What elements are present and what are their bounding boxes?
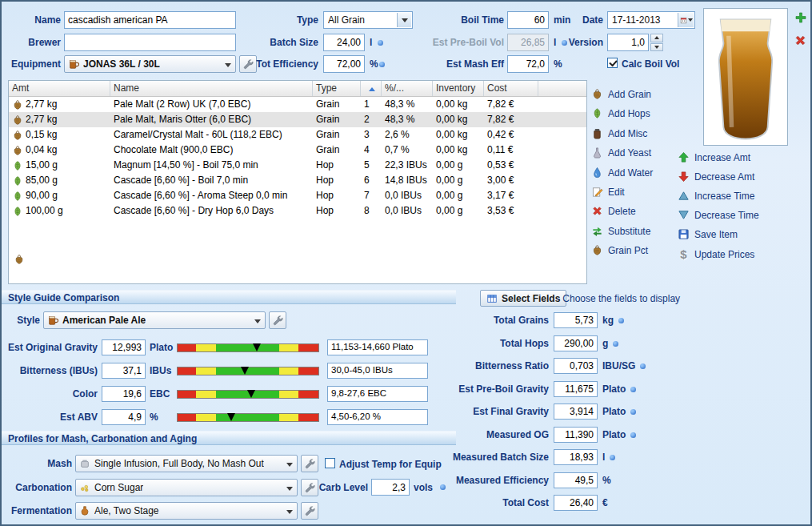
abv-input[interactable]: [102, 409, 146, 425]
brewer-input[interactable]: [64, 34, 236, 51]
style-marker: [247, 390, 255, 398]
stat-input[interactable]: [554, 312, 598, 328]
date-dropdown-button[interactable]: [678, 13, 694, 27]
info-dot: [630, 432, 636, 438]
add-water-button[interactable]: Add Water: [591, 167, 653, 179]
adjust-temp-checkbox[interactable]: [325, 458, 335, 468]
og-input[interactable]: [102, 339, 146, 355]
ingredient-row[interactable]: 90,00 g Cascade [6,60 %] - Aroma Steep 0…: [9, 188, 586, 203]
increase-amt-button[interactable]: Increase Amt: [678, 151, 750, 163]
color-input[interactable]: [102, 386, 146, 402]
increase-time-button[interactable]: Increase Time: [678, 190, 754, 202]
col-header-amt[interactable]: Amt: [9, 81, 110, 96]
stat-row-measured-efficiency: Measured Efficiency %: [402, 472, 690, 488]
spin-down-button[interactable]: [650, 43, 663, 52]
mash-select[interactable]: Single Infusion, Full Body, No Mash Out: [75, 455, 298, 472]
decrease-icon: [678, 171, 690, 183]
plus-icon[interactable]: [794, 11, 807, 24]
update-prices-button[interactable]: $Update Prices: [678, 247, 754, 261]
stat-input[interactable]: [554, 335, 598, 351]
version-spinner[interactable]: [650, 34, 663, 51]
carbonation-label: Carbonation: [3, 482, 72, 493]
ingredient-row[interactable]: 0,15 kg Caramel/Crystal Malt - 60L (118,…: [9, 127, 586, 143]
carbonation-tools-button[interactable]: [301, 479, 318, 496]
add-misc-button[interactable]: Add Misc: [591, 127, 647, 139]
delete-button[interactable]: Delete: [591, 205, 636, 217]
ingredient-row[interactable]: 0,04 kg Chocolate Malt (900,0 EBC) Grain…: [9, 143, 586, 158]
boil-time-label: Boil Time: [426, 14, 504, 26]
style-row-color: Color EBC 9,8-27,6 EBC: [2, 385, 428, 403]
date-input[interactable]: 17-11-2013: [607, 11, 695, 29]
wrench-icon: [304, 482, 315, 493]
carbonation-value: Corn Sugar: [94, 482, 143, 493]
decrease-amt-button[interactable]: Decrease Amt: [678, 171, 754, 183]
yeast-icon: [591, 147, 603, 159]
stat-input[interactable]: [554, 449, 598, 465]
ingredient-row[interactable]: 100,00 g Cascade [6,60 %] - Dry Hop 6,0 …: [9, 203, 586, 219]
col-header-type[interactable]: Type: [313, 81, 361, 96]
col-header-pct[interactable]: %/...: [382, 81, 433, 96]
stat-input[interactable]: [554, 404, 598, 420]
name-input[interactable]: [64, 11, 236, 29]
ingredient-row[interactable]: 2,77 kg Pale Malt (2 Row) UK (7,0 EBC) G…: [9, 97, 586, 112]
style-select[interactable]: American Pale Ale: [43, 311, 266, 329]
stat-input[interactable]: [554, 381, 598, 397]
stat-row-bitterness-ratio: Bitterness Ratio IBU/SG: [402, 358, 690, 374]
time-up-icon: [678, 190, 690, 202]
est-mash-eff-unit: %: [554, 58, 562, 70]
stat-input[interactable]: [554, 358, 598, 374]
spin-up-button[interactable]: [650, 34, 663, 42]
ingredient-row[interactable]: 15,00 g Magnum [14,50 %] - Boil 75,0 min…: [9, 158, 586, 173]
ingredient-row[interactable]: 2,77 kg Pale Malt, Maris Otter (6,0 EBC)…: [9, 112, 586, 127]
col-header-cost[interactable]: Cost: [484, 81, 538, 96]
type-dropdown-button[interactable]: [397, 13, 411, 27]
grain-icon: [591, 244, 603, 256]
info-dot: [630, 409, 636, 415]
stat-input[interactable]: [554, 427, 598, 443]
select-fields-button[interactable]: Select Fields: [480, 290, 566, 307]
kettle-icon: [79, 458, 90, 469]
add-yeast-button[interactable]: Add Yeast: [591, 147, 651, 159]
save-item-button[interactable]: Save Item: [678, 228, 738, 240]
add-hops-button[interactable]: Add Hops: [591, 107, 650, 119]
add-grain-button[interactable]: Add Grain: [591, 88, 651, 100]
tot-efficiency-input[interactable]: [323, 55, 365, 73]
decrease-time-button[interactable]: Decrease Time: [678, 209, 759, 221]
close-icon[interactable]: [794, 34, 807, 47]
col-header-name[interactable]: Name: [110, 81, 313, 96]
fermentation-label: Fermentation: [3, 505, 72, 516]
ingredient-row[interactable]: 85,00 g Cascade [6,60 %] - Boil 7,0 min …: [9, 173, 586, 188]
col-header-inventory[interactable]: Inventory: [433, 81, 484, 96]
substitute-button[interactable]: Substitute: [591, 225, 650, 237]
style-row-abv: Est ABV % 4,50-6,20 %: [2, 408, 428, 426]
style-range-bar: [177, 390, 319, 399]
grain-pct-button[interactable]: Grain Pct: [591, 244, 648, 256]
stat-row-total-grains: Total Grains kg: [402, 312, 690, 328]
carbonation-select[interactable]: Corn Sugar: [75, 479, 298, 496]
hop-icon: [12, 191, 23, 202]
style-label: Style: [3, 315, 40, 326]
version-label: Version: [552, 37, 603, 48]
calendar-icon: [680, 17, 687, 24]
fermentation-select[interactable]: Ale, Two Stage: [75, 502, 298, 520]
stat-input[interactable]: [554, 472, 598, 488]
edit-button[interactable]: Edit: [591, 186, 625, 198]
stat-row-est-preboil-gravity: Est Pre-Boil Gravity Plato: [402, 381, 690, 397]
equipment-select[interactable]: JONAS 36L / 30L: [64, 55, 236, 73]
style-tools-button[interactable]: [269, 311, 286, 329]
batch-size-input[interactable]: [323, 34, 365, 51]
version-input[interactable]: [607, 34, 649, 51]
col-header-order[interactable]: [361, 81, 382, 96]
fermentation-tools-button[interactable]: [301, 502, 318, 520]
calc-boil-vol-checkbox[interactable]: [607, 58, 618, 68]
boil-time-input[interactable]: [507, 11, 549, 29]
mash-tools-button[interactable]: [301, 455, 318, 472]
ingredients-table: Amt Name Type %/... Inventory Cost 2,77 …: [8, 80, 587, 284]
stat-input[interactable]: [554, 495, 598, 511]
ibu-input[interactable]: [102, 363, 146, 379]
brewer-label: Brewer: [3, 37, 61, 48]
type-select[interactable]: All Grain: [323, 11, 413, 29]
stat-row-total-cost: Total Cost €: [402, 495, 690, 511]
chevron-down-icon: [688, 18, 693, 22]
sort-asc-icon: [369, 87, 375, 91]
